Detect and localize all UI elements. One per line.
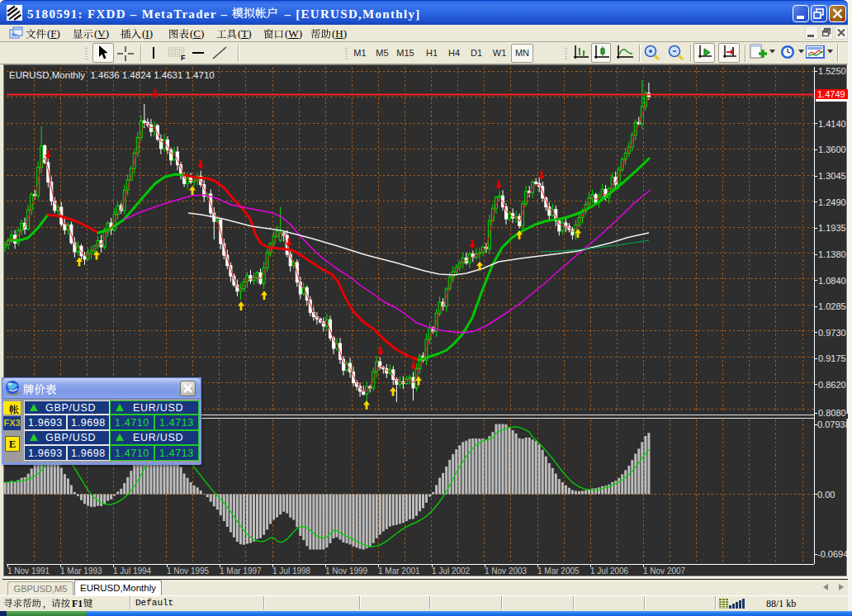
svg-text:0.8620: 0.8620 <box>818 380 846 390</box>
svg-text:1.1935: 1.1935 <box>818 223 846 233</box>
svg-text:1.5250: 1.5250 <box>818 66 846 76</box>
svg-text:1 Jul 2002: 1 Jul 2002 <box>432 566 471 576</box>
svg-text:F: F <box>181 54 186 61</box>
svg-text:1 Nov 2003: 1 Nov 2003 <box>485 566 528 576</box>
svg-text:1 Mar 1997: 1 Mar 1997 <box>220 566 262 576</box>
svg-text:1.0285: 1.0285 <box>818 301 846 311</box>
svg-text:-0.06943: -0.06943 <box>817 549 852 559</box>
svg-text:1 Nov 1995: 1 Nov 1995 <box>167 566 210 576</box>
svg-text:1 Mar 2001: 1 Mar 2001 <box>378 566 420 576</box>
svg-text:1.1380: 1.1380 <box>818 249 846 259</box>
svg-text:1.3045: 1.3045 <box>818 171 846 181</box>
svg-text:1.0840: 1.0840 <box>818 276 846 286</box>
svg-text:1 Nov 1999: 1 Nov 1999 <box>325 566 368 576</box>
svg-text:1.4140: 1.4140 <box>818 119 846 129</box>
svg-text:0.9730: 0.9730 <box>818 328 846 338</box>
svg-text:0.9175: 0.9175 <box>818 353 846 363</box>
svg-text:1 Mar 2005: 1 Mar 2005 <box>537 566 580 576</box>
svg-text:1.3600: 1.3600 <box>818 145 846 154</box>
svg-text:1 Jul 2006: 1 Jul 2006 <box>590 566 629 576</box>
svg-text:0.8080: 0.8080 <box>818 408 846 418</box>
svg-text:1 Jul 1998: 1 Jul 1998 <box>272 566 311 576</box>
svg-text:1 Mar 1993: 1 Mar 1993 <box>60 566 102 576</box>
svg-text:0.00: 0.00 <box>817 490 835 500</box>
svg-text:EURUSD,Monthly 1.4636 1.4824: EURUSD,Monthly 1.4636 1.4824 1.4631 1.47… <box>9 70 215 80</box>
svg-text:1 Jul 1994: 1 Jul 1994 <box>113 566 152 576</box>
svg-text:1 Nov 2007: 1 Nov 2007 <box>643 566 686 576</box>
svg-text:1.4749: 1.4749 <box>817 89 845 99</box>
svg-text:1.2490: 1.2490 <box>818 197 846 207</box>
svg-text:1 Nov 1991: 1 Nov 1991 <box>7 566 50 576</box>
svg-text:0.07938: 0.07938 <box>817 419 850 429</box>
